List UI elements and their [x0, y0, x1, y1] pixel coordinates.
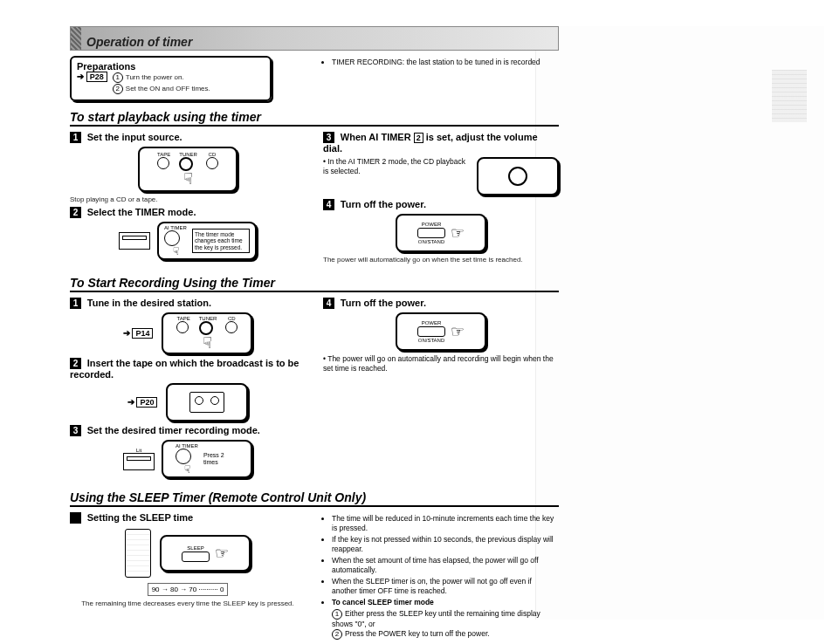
- sleep-time-sequence: 90 → 80 → 70 ·········· 0: [148, 583, 229, 596]
- section-sleep-heading: Using the SLEEP Timer (Remote Control Un…: [70, 490, 559, 507]
- sleep-button-illustration: SLEEP ☞: [160, 535, 251, 572]
- step-badge-1: 1: [70, 298, 81, 309]
- sleep-note-4: When the SLEEP timer is on, the power wi…: [332, 577, 559, 596]
- recording-step4-footer: The power will go on automatically and r…: [323, 354, 554, 373]
- sleep-note-2: If the key is not pressed within 10 seco…: [332, 535, 559, 554]
- hand-press-icon: ☞: [451, 324, 465, 339]
- recording-step4-title: Turn off the power.: [341, 298, 426, 308]
- cassette-icon: [189, 392, 224, 413]
- step-badge-2: 2: [70, 207, 81, 218]
- hand-press-icon: ☟: [203, 335, 212, 351]
- chapter-title: Operation of timer: [86, 35, 192, 49]
- playback-step-1: 1 Set the input source. TAPE TUNER CD ☟ …: [70, 132, 306, 203]
- hand-press-icon: ☞: [451, 225, 465, 241]
- recording-step2-title: Insert the tape on which the broadcast i…: [70, 358, 299, 380]
- remote-control-icon: [125, 529, 151, 578]
- playback-step3-note: In the AI TIMER 2 mode, the CD playback …: [323, 157, 465, 175]
- playback-step4-footer: The power will automatically go on when …: [323, 256, 559, 264]
- arrow-icon: ➔: [123, 328, 130, 338]
- sleep-seq-note: The remaining time decreases every time …: [70, 599, 306, 607]
- sleep-note-1: The time will be reduced in 10-minute in…: [332, 514, 559, 533]
- step-badge-4: 4: [323, 298, 334, 309]
- playback-step3-title: When AI TIMER 2 is set, adjust the volum…: [323, 132, 538, 154]
- step-marker-1: 1: [113, 72, 123, 83]
- playback-step-2: 2 Select the TIMER mode. AI TIMER ☟ The …: [70, 207, 306, 260]
- scan-artifact: [772, 70, 807, 122]
- power-button-icon: [417, 326, 445, 337]
- hand-press-icon: ☟: [183, 171, 193, 187]
- page-ref-p14: P14: [132, 328, 153, 339]
- sleep-cancel-2: Press the POWER key to turn off the powe…: [345, 629, 490, 638]
- recording-step-2: 2 Insert the tape on which the broadcast…: [70, 358, 306, 421]
- step-badge-3: 3: [323, 132, 334, 143]
- step-badge-solid: [70, 512, 81, 524]
- power-off-illustration: POWER ON/STAND ☞: [396, 312, 486, 351]
- step-badge-4: 4: [323, 199, 334, 210]
- section-playback-heading: To start playback using the timer: [70, 110, 559, 127]
- timer-mode-note: The timer mode changes each time the key…: [192, 229, 250, 252]
- step-marker-2: 2: [113, 84, 123, 94]
- playback-step-3: 3 When AI TIMER 2 is set, adjust the vol…: [323, 132, 559, 195]
- page-ref-p20: P20: [136, 397, 157, 408]
- header-shade: [71, 27, 81, 50]
- arrow-icon: ➔: [127, 397, 134, 407]
- device-display-icon: [119, 232, 150, 250]
- preparations-box: Preparations ➔ P28 1Turn the power on. 2…: [70, 56, 272, 101]
- playback-step1-note: Stop playing a CD or a tape.: [70, 195, 306, 203]
- facing-page-blank: [535, 26, 824, 620]
- cancel-marker-2: 2: [332, 629, 342, 640]
- power-button-icon: [417, 228, 445, 238]
- timer-mode-illustration: AI TIMER ☟ The timer mode changes each t…: [157, 222, 257, 260]
- input-source-illustration: TAPE TUNER CD ☟: [138, 147, 238, 192]
- timer-recording-note: TIMER RECORDING: the last station to be …: [332, 58, 559, 67]
- sleep-note-3: When the set amount of time has elapsed,…: [332, 556, 559, 575]
- recording-step3-title: Set the desired timer recording mode.: [87, 425, 260, 435]
- volume-dial-icon: [508, 167, 527, 186]
- preparations-title: Preparations: [77, 61, 265, 72]
- sleep-button-icon: [182, 552, 210, 562]
- recording-step1-title: Tune in the desired station.: [87, 298, 211, 308]
- playback-step4-title: Turn off the power.: [341, 199, 426, 209]
- hand-press-icon: ☟: [176, 464, 198, 475]
- tune-station-illustration: TAPE TUNER CD ☟: [162, 312, 252, 354]
- hand-press-icon: ☟: [164, 246, 187, 257]
- playback-step-4: 4 Turn off the power. POWER ON/STAND ☞ T…: [323, 199, 559, 264]
- sleep-cancel-title: To cancel SLEEP timer mode: [332, 598, 559, 607]
- insert-tape-illustration: [166, 383, 248, 421]
- press-2-times-note: Press 2 times: [203, 452, 238, 465]
- timer-rec-mode-illustration: AI TIMER ☟ Press 2 times: [162, 440, 252, 478]
- step-badge-1: 1: [70, 132, 81, 143]
- sleep-step: Setting the SLEEP time SLEEP ☞ 90 → 80 →…: [70, 512, 306, 607]
- sleep-cancel-1: Either press the SLEEP key until the rem…: [332, 609, 540, 628]
- arrow-icon: ➔: [77, 72, 84, 81]
- playback-step1-title: Set the input source.: [87, 132, 182, 142]
- hand-press-icon: ☞: [215, 545, 229, 561]
- cancel-marker-1: 1: [332, 609, 342, 620]
- step-badge-3: 3: [70, 425, 81, 436]
- prep-item-2: Set the ON and OFF times.: [126, 85, 210, 92]
- chapter-header: Operation of timer: [70, 26, 559, 51]
- section-recording-heading: To Start Recording Using the Timer: [70, 276, 559, 292]
- power-off-illustration: POWER ON/STAND ☞: [396, 214, 486, 252]
- manual-page: Operation of timer Preparations ➔ P28 1T…: [70, 26, 559, 640]
- playback-step2-title: Select the TIMER mode.: [87, 207, 196, 217]
- prep-item-1: Turn the power on.: [126, 73, 184, 81]
- sleep-notes-list: The time will be reduced in 10-minute in…: [323, 514, 559, 607]
- recording-step-1: 1 Tune in the desired station. ➔ P14 TAP…: [70, 298, 306, 354]
- recording-step-4: 4 Turn off the power. POWER ON/STAND ☞ •…: [323, 298, 559, 373]
- volume-dial-illustration: [477, 157, 559, 195]
- page-ref-p28: P28: [86, 72, 107, 82]
- device-display-icon: [123, 453, 155, 470]
- recording-step-3: 3 Set the desired timer recording mode. …: [70, 425, 306, 478]
- sleep-step-title: Setting the SLEEP time: [87, 512, 193, 523]
- step-badge-2: 2: [70, 358, 81, 369]
